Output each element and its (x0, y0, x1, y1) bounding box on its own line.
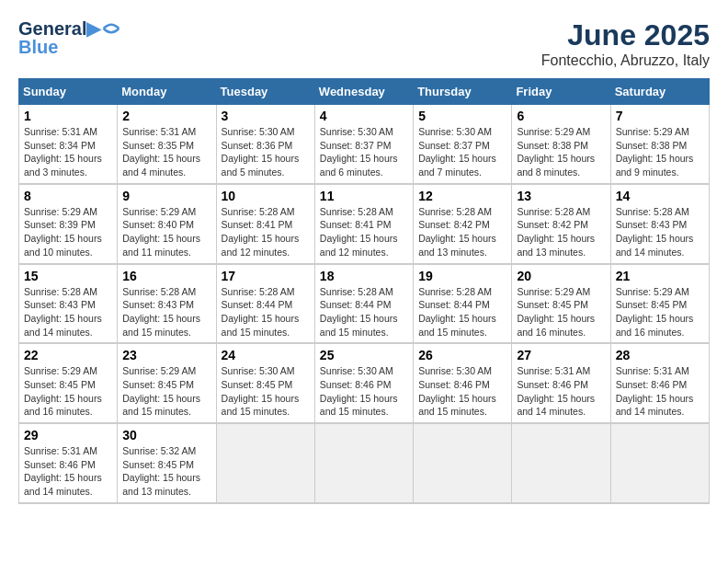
calendar-day: 10Sunrise: 5:28 AMSunset: 8:41 PMDayligh… (216, 184, 314, 264)
calendar-day: 2Sunrise: 5:31 AMSunset: 8:35 PMDaylight… (118, 105, 216, 184)
empty-cell (512, 423, 610, 503)
day-number: 6 (517, 109, 605, 123)
day-info: Sunrise: 5:29 AMSunset: 8:45 PMDaylight:… (24, 364, 112, 419)
day-info: Sunrise: 5:30 AMSunset: 8:37 PMDaylight:… (320, 125, 408, 179)
day-number: 4 (320, 109, 408, 123)
calendar-day: 22Sunrise: 5:29 AMSunset: 8:45 PMDayligh… (19, 343, 118, 423)
day-info: Sunrise: 5:30 AMSunset: 8:37 PMDaylight:… (418, 125, 506, 179)
day-info: Sunrise: 5:31 AMSunset: 8:46 PMDaylight:… (24, 444, 112, 499)
day-number: 16 (122, 269, 210, 283)
weekday-header: Friday (512, 79, 610, 105)
day-number: 26 (418, 348, 506, 362)
calendar-day: 27Sunrise: 5:31 AMSunset: 8:46 PMDayligh… (512, 343, 610, 423)
weekday-header: Tuesday (216, 79, 314, 105)
weekday-header: Saturday (610, 79, 709, 105)
day-number: 25 (320, 348, 408, 362)
calendar-day: 8Sunrise: 5:29 AMSunset: 8:39 PMDaylight… (19, 184, 118, 264)
logo-blue: Blue (18, 37, 120, 58)
day-info: Sunrise: 5:31 AMSunset: 8:34 PMDaylight:… (24, 125, 112, 179)
empty-cell (610, 423, 709, 503)
calendar-day: 19Sunrise: 5:28 AMSunset: 8:44 PMDayligh… (414, 264, 512, 344)
day-info: Sunrise: 5:28 AMSunset: 8:43 PMDaylight:… (122, 285, 210, 339)
day-number: 12 (418, 189, 506, 203)
calendar-day: 20Sunrise: 5:29 AMSunset: 8:45 PMDayligh… (512, 264, 610, 344)
day-info: Sunrise: 5:28 AMSunset: 8:44 PMDaylight:… (320, 285, 408, 339)
day-number: 27 (517, 348, 605, 362)
day-info: Sunrise: 5:29 AMSunset: 8:45 PMDaylight:… (616, 285, 704, 339)
day-info: Sunrise: 5:29 AMSunset: 8:45 PMDaylight:… (122, 364, 210, 419)
title-block: June 2025 Fontecchio, Abruzzo, Italy (541, 18, 710, 69)
calendar-day: 17Sunrise: 5:28 AMSunset: 8:44 PMDayligh… (216, 264, 314, 344)
calendar-day: 29Sunrise: 5:31 AMSunset: 8:46 PMDayligh… (19, 423, 118, 503)
weekday-header: Thursday (414, 79, 512, 105)
day-number: 5 (418, 109, 506, 123)
calendar-day: 12Sunrise: 5:28 AMSunset: 8:42 PMDayligh… (414, 184, 512, 264)
logo: General▶ Blue (18, 18, 120, 58)
calendar-day: 11Sunrise: 5:28 AMSunset: 8:41 PMDayligh… (314, 184, 413, 264)
calendar-day: 6Sunrise: 5:29 AMSunset: 8:38 PMDaylight… (512, 105, 610, 184)
weekday-header: Monday (118, 79, 216, 105)
day-info: Sunrise: 5:29 AMSunset: 8:38 PMDaylight:… (616, 125, 704, 179)
day-info: Sunrise: 5:31 AMSunset: 8:46 PMDaylight:… (616, 364, 704, 419)
subtitle: Fontecchio, Abruzzo, Italy (541, 52, 710, 69)
calendar-day: 4Sunrise: 5:30 AMSunset: 8:37 PMDaylight… (314, 105, 413, 184)
calendar-day: 23Sunrise: 5:29 AMSunset: 8:45 PMDayligh… (118, 343, 216, 423)
calendar-day: 5Sunrise: 5:30 AMSunset: 8:37 PMDaylight… (414, 105, 512, 184)
calendar-day: 28Sunrise: 5:31 AMSunset: 8:46 PMDayligh… (610, 343, 709, 423)
calendar-day: 14Sunrise: 5:28 AMSunset: 8:43 PMDayligh… (610, 184, 709, 264)
day-info: Sunrise: 5:28 AMSunset: 8:42 PMDaylight:… (418, 205, 506, 259)
logo-text: General▶ (18, 18, 100, 39)
day-info: Sunrise: 5:28 AMSunset: 8:41 PMDaylight:… (320, 205, 408, 259)
day-number: 14 (616, 189, 704, 203)
calendar-day: 30Sunrise: 5:32 AMSunset: 8:45 PMDayligh… (118, 423, 216, 503)
calendar-day: 3Sunrise: 5:30 AMSunset: 8:36 PMDaylight… (216, 105, 314, 184)
calendar-day: 25Sunrise: 5:30 AMSunset: 8:46 PMDayligh… (314, 343, 413, 423)
calendar-day: 24Sunrise: 5:30 AMSunset: 8:45 PMDayligh… (216, 343, 314, 423)
calendar-day: 16Sunrise: 5:28 AMSunset: 8:43 PMDayligh… (118, 264, 216, 344)
day-info: Sunrise: 5:30 AMSunset: 8:46 PMDaylight:… (418, 364, 506, 419)
day-number: 1 (24, 109, 112, 123)
day-number: 10 (222, 189, 310, 203)
day-number: 2 (122, 109, 210, 123)
day-number: 30 (122, 428, 210, 442)
day-info: Sunrise: 5:30 AMSunset: 8:46 PMDaylight:… (320, 364, 408, 419)
day-info: Sunrise: 5:29 AMSunset: 8:38 PMDaylight:… (517, 125, 605, 179)
day-info: Sunrise: 5:30 AMSunset: 8:45 PMDaylight:… (222, 364, 310, 419)
day-number: 9 (122, 189, 210, 203)
weekday-header: Sunday (19, 79, 118, 105)
empty-cell (314, 423, 413, 503)
day-number: 22 (24, 348, 112, 362)
day-number: 7 (616, 109, 704, 123)
empty-cell (216, 423, 314, 503)
calendar-day: 21Sunrise: 5:29 AMSunset: 8:45 PMDayligh… (610, 264, 709, 344)
day-number: 3 (222, 109, 310, 123)
page-header: General▶ Blue June 2025 Fontecchio, Abru… (18, 18, 710, 69)
calendar-day: 26Sunrise: 5:30 AMSunset: 8:46 PMDayligh… (414, 343, 512, 423)
calendar-day: 9Sunrise: 5:29 AMSunset: 8:40 PMDaylight… (118, 184, 216, 264)
day-number: 24 (222, 348, 310, 362)
calendar-day: 15Sunrise: 5:28 AMSunset: 8:43 PMDayligh… (19, 264, 118, 344)
calendar-day: 18Sunrise: 5:28 AMSunset: 8:44 PMDayligh… (314, 264, 413, 344)
day-info: Sunrise: 5:30 AMSunset: 8:36 PMDaylight:… (222, 125, 310, 179)
day-number: 11 (320, 189, 408, 203)
day-number: 29 (24, 428, 112, 442)
day-number: 18 (320, 269, 408, 283)
day-number: 19 (418, 269, 506, 283)
day-info: Sunrise: 5:31 AMSunset: 8:35 PMDaylight:… (122, 125, 210, 179)
day-info: Sunrise: 5:28 AMSunset: 8:43 PMDaylight:… (616, 205, 704, 259)
day-info: Sunrise: 5:32 AMSunset: 8:45 PMDaylight:… (122, 444, 210, 499)
calendar-day: 1Sunrise: 5:31 AMSunset: 8:34 PMDaylight… (19, 105, 118, 184)
day-number: 28 (616, 348, 704, 362)
day-number: 8 (24, 189, 112, 203)
day-info: Sunrise: 5:29 AMSunset: 8:40 PMDaylight:… (122, 205, 210, 259)
day-number: 15 (24, 269, 112, 283)
day-info: Sunrise: 5:29 AMSunset: 8:39 PMDaylight:… (24, 205, 112, 259)
empty-cell (414, 423, 512, 503)
day-info: Sunrise: 5:28 AMSunset: 8:41 PMDaylight:… (222, 205, 310, 259)
day-number: 20 (517, 269, 605, 283)
day-number: 23 (122, 348, 210, 362)
day-number: 21 (616, 269, 704, 283)
day-info: Sunrise: 5:28 AMSunset: 8:43 PMDaylight:… (24, 285, 112, 339)
day-info: Sunrise: 5:28 AMSunset: 8:42 PMDaylight:… (517, 205, 605, 259)
day-info: Sunrise: 5:28 AMSunset: 8:44 PMDaylight:… (222, 285, 310, 339)
